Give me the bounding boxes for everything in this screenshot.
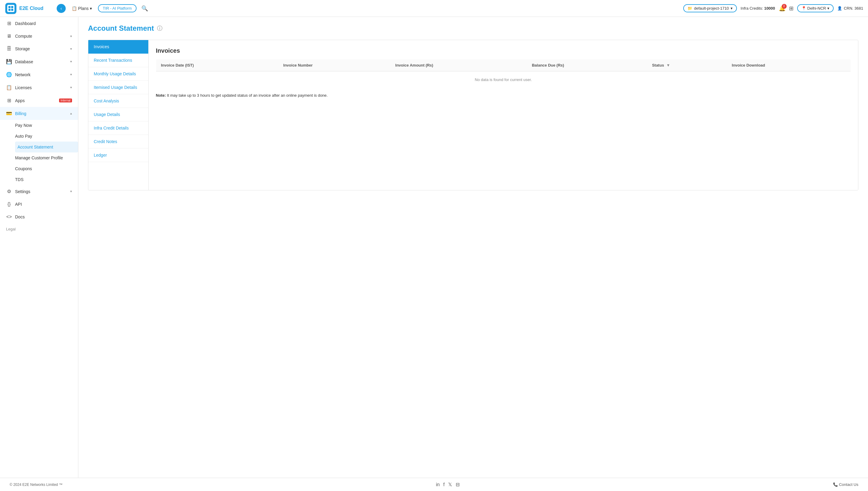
chevron-down-icon: ▾ xyxy=(70,86,72,89)
svg-rect-4 xyxy=(8,9,10,11)
region-selector[interactable]: 📍 Delhi-NCR ▾ xyxy=(797,4,834,12)
apps-icon: ⊞ xyxy=(6,97,12,103)
left-nav-monthly-usage-details[interactable]: Monthly Usage Details xyxy=(88,67,148,81)
sidebar-item-billing[interactable]: 💳 Billing ▴ xyxy=(0,107,78,120)
left-nav-infra-credit-details[interactable]: Infra Credit Details xyxy=(88,121,148,135)
sidebar-item-network[interactable]: 🌐 Network ▾ xyxy=(0,68,78,81)
chevron-down-icon: ▾ xyxy=(70,190,72,193)
sidebar-item-label: Storage xyxy=(15,47,67,51)
search-button[interactable]: 🔍 xyxy=(140,4,149,13)
database-icon: 💾 xyxy=(6,59,12,64)
col-invoice-download: Invoice Download xyxy=(727,59,850,71)
sidebar-item-label: API xyxy=(15,202,72,207)
col-balance-due: Balance Due (Rs) xyxy=(527,59,647,71)
sidebar-legal[interactable]: Legal xyxy=(0,223,78,235)
svg-rect-3 xyxy=(11,6,13,8)
sidebar-sub-tds[interactable]: TDS xyxy=(15,174,78,185)
notification-button[interactable]: 🔔 0 xyxy=(779,5,785,12)
left-nav: Invoices Recent Transactions Monthly Usa… xyxy=(88,40,148,190)
left-nav-itemised-usage-details[interactable]: Itemised Usage Details xyxy=(88,81,148,94)
sidebar-item-docs[interactable]: <> Docs xyxy=(0,210,78,223)
linkedin-icon[interactable]: in xyxy=(436,482,440,487)
grid-button[interactable]: ⊞ xyxy=(789,5,793,12)
left-nav-usage-details[interactable]: Usage Details xyxy=(88,108,148,121)
plans-icon: 📋 xyxy=(72,6,77,11)
col-invoice-number: Invoice Number xyxy=(279,59,391,71)
sidebar-sub-pay-now[interactable]: Pay Now xyxy=(15,120,78,131)
internal-badge: Internal xyxy=(59,98,72,103)
notification-badge: 0 xyxy=(782,4,787,9)
left-nav-cost-analysis[interactable]: Cost Analysis xyxy=(88,94,148,108)
invoices-table: Invoice Date (IST) Invoice Number Invoic… xyxy=(156,59,851,88)
sidebar-item-label: Dashboard xyxy=(15,21,72,26)
col-invoice-amount: Invoice Amount (Rs) xyxy=(391,59,527,71)
user-button[interactable]: 👤 CRN. 3681 xyxy=(837,6,863,10)
tir-button[interactable]: TIR - AI Platform xyxy=(98,4,137,12)
folder-icon: 📁 xyxy=(688,6,692,10)
dashboard-icon: ⊞ xyxy=(6,21,12,26)
sidebar-item-label: Licenses xyxy=(15,85,67,90)
compute-icon: 🖥 xyxy=(6,33,12,39)
left-nav-ledger[interactable]: Ledger xyxy=(88,148,148,162)
footer: © 2024 E2E Networks Limited ™ in f 𝕏 ⊟ 📞… xyxy=(0,478,868,491)
sidebar-sub-manage-customer-profile[interactable]: Manage Customer Profile xyxy=(15,152,78,163)
main-layout: ⊞ Dashboard 🖥 Compute ▾ 🗄 Storage ▾ 💾 Da… xyxy=(0,17,868,478)
plans-button[interactable]: 📋 Plans ▾ xyxy=(69,5,94,12)
note-text: Note: It may take up to 3 hours to get u… xyxy=(156,93,851,97)
header: E2E Cloud ‹ 📋 Plans ▾ TIR - AI Platform … xyxy=(0,0,868,17)
sidebar-item-label: Apps xyxy=(15,98,55,103)
storage-icon: 🗄 xyxy=(6,46,12,52)
twitter-icon[interactable]: 𝕏 xyxy=(448,482,452,487)
sidebar-item-label: Billing xyxy=(15,111,67,116)
location-icon: 📍 xyxy=(802,6,806,10)
logo-icon xyxy=(5,2,17,15)
left-nav-recent-transactions[interactable]: Recent Transactions xyxy=(88,54,148,67)
svg-rect-1 xyxy=(7,5,15,12)
col-invoice-date: Invoice Date (IST) xyxy=(156,59,279,71)
logo-text: E2E Cloud xyxy=(19,6,44,11)
api-icon: {} xyxy=(6,202,12,207)
billing-icon: 💳 xyxy=(6,111,12,116)
sidebar-item-label: Network xyxy=(15,72,67,77)
licenses-icon: 📋 xyxy=(6,85,12,90)
sidebar-item-label: Compute xyxy=(15,34,67,38)
chevron-down-icon: ▾ xyxy=(70,47,72,51)
rss-icon[interactable]: ⊟ xyxy=(456,482,459,487)
inner-layout: Invoices Recent Transactions Monthly Usa… xyxy=(88,40,858,191)
docs-icon: <> xyxy=(6,214,12,220)
plans-chevron-icon: ▾ xyxy=(90,6,92,11)
sidebar-sub-account-statement[interactable]: Account Statement xyxy=(15,142,78,152)
filter-icon[interactable]: ▼ xyxy=(666,63,670,67)
sidebar-sub-coupons[interactable]: Coupons xyxy=(15,163,78,174)
project-selector[interactable]: 📁 default-project-1710 ▾ xyxy=(683,4,737,12)
help-icon[interactable]: ⓘ xyxy=(157,25,163,32)
sidebar: ⊞ Dashboard 🖥 Compute ▾ 🗄 Storage ▾ 💾 Da… xyxy=(0,17,78,478)
sidebar-item-apps[interactable]: ⊞ Apps Internal xyxy=(0,94,78,107)
sidebar-item-licenses[interactable]: 📋 Licenses ▾ xyxy=(0,81,78,94)
sidebar-item-storage[interactable]: 🗄 Storage ▾ xyxy=(0,42,78,55)
main-content: Account Statement ⓘ Invoices Recent Tran… xyxy=(78,17,868,478)
chevron-up-icon: ▴ xyxy=(70,112,72,115)
svg-rect-2 xyxy=(8,6,10,8)
project-chevron-icon: ▾ xyxy=(731,6,733,10)
logo-area: E2E Cloud xyxy=(5,2,53,15)
footer-social: in f 𝕏 ⊟ xyxy=(436,482,459,487)
sidebar-item-api[interactable]: {} API xyxy=(0,198,78,210)
left-nav-invoices[interactable]: Invoices xyxy=(88,40,148,54)
user-icon: 👤 xyxy=(837,6,842,10)
sidebar-item-label: Docs xyxy=(15,214,72,219)
back-button[interactable]: ‹ xyxy=(57,4,66,13)
note-prefix: Note: xyxy=(156,93,166,97)
sidebar-item-settings[interactable]: ⚙ Settings ▾ xyxy=(0,185,78,198)
sidebar-item-database[interactable]: 💾 Database ▾ xyxy=(0,55,78,68)
table-header-row: Invoice Date (IST) Invoice Number Invoic… xyxy=(156,59,851,71)
sidebar-sub-auto-pay[interactable]: Auto Pay xyxy=(15,131,78,142)
table-empty-row: No data is found for current user. xyxy=(156,71,851,88)
sidebar-item-compute[interactable]: 🖥 Compute ▾ xyxy=(0,30,78,42)
empty-message: No data is found for current user. xyxy=(156,71,851,88)
left-nav-credit-notes[interactable]: Credit Notes xyxy=(88,135,148,148)
facebook-icon[interactable]: f xyxy=(443,482,445,487)
footer-contact[interactable]: 📞 Contact Us xyxy=(833,482,858,487)
sidebar-item-dashboard[interactable]: ⊞ Dashboard xyxy=(0,17,78,30)
page-title-area: Account Statement ⓘ xyxy=(88,24,858,32)
